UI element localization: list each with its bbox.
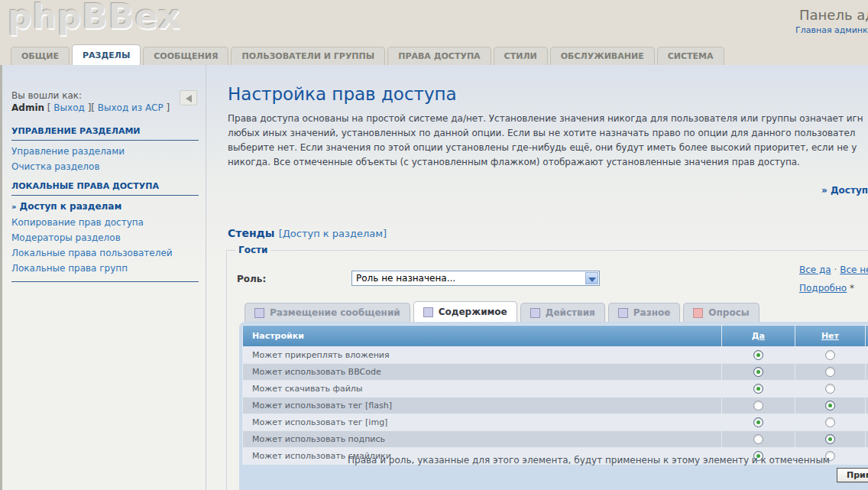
yes-cell [722, 381, 795, 397]
yes-cell [722, 364, 795, 380]
left-triangle-icon [186, 95, 192, 102]
no-cell [795, 398, 865, 414]
all-no-link[interactable]: Все нет [840, 264, 868, 275]
forum-access-jump-link[interactable]: » Доступ к разделам [821, 185, 868, 196]
panel-title: Панель администратора [799, 7, 868, 23]
sidebar-item-manage-forums[interactable]: Управление разделами [11, 144, 199, 159]
permission-label: Может использовать подпись [243, 431, 721, 447]
table-row: Может использовать подпись [243, 431, 868, 447]
sidebar-item-forum-access[interactable]: »Доступ к разделам [11, 199, 199, 215]
no-column-header: Нет [795, 326, 865, 346]
main-nav-tabs: ОБЩИЕ РАЗДЕЛЫ СООБЩЕНИЯ ПОЛЬЗОВАТЕЛИ И Г… [0, 45, 868, 65]
yes-cell [722, 347, 795, 363]
no-cell [795, 347, 865, 363]
bracket: ][ [85, 102, 98, 113]
radio-no[interactable] [825, 401, 835, 410]
collapse-sidebar-button[interactable] [180, 90, 197, 105]
radio-yes[interactable] [753, 417, 763, 427]
tab-permissions[interactable]: ПРАВА ДОСТУПА [387, 47, 491, 65]
radio-no[interactable] [825, 350, 835, 360]
intro-line: никогда. Все отмеченные объекты (с устан… [228, 155, 863, 170]
permission-label: Может скачивать файлы [243, 381, 721, 397]
perm-tab-content[interactable]: Содержимое [413, 301, 517, 322]
perm-tab-polls[interactable]: Опросы [683, 303, 759, 322]
radio-no[interactable] [825, 434, 835, 444]
menu-section-title: УПРАВЛЕНИЕ РАЗДЕЛАМИ [11, 126, 199, 141]
sidebar-item-user-permissions[interactable]: Локальные права пользователей [11, 245, 199, 261]
apply-button[interactable]: Применить [837, 468, 868, 482]
yes-cell [722, 431, 795, 447]
logout-acp-link[interactable]: Выход из ACP [98, 102, 164, 113]
tab-styles[interactable]: СТИЛИ [494, 47, 548, 65]
radio-no[interactable] [825, 384, 835, 394]
tab-users-groups[interactable]: ПОЛЬЗОВАТЕЛИ И ГРУППЫ [231, 47, 385, 65]
advanced-link-row: Подробно * [799, 283, 854, 294]
select-arrow-button[interactable] [585, 272, 598, 284]
tab-general[interactable]: ОБЩИЕ [11, 47, 70, 65]
intro-line: выберите нет. Если значения по этой опци… [228, 141, 863, 155]
perm-tab-actions[interactable]: Действия [520, 303, 605, 322]
active-item-arrow-icon: » [11, 203, 16, 211]
permission-label: Может использовать тег [flash] [243, 398, 721, 414]
sidebar-item-copy-permissions[interactable]: Копирование прав доступа [11, 215, 199, 230]
permission-type-label: [Доступ к разделам] [279, 228, 387, 239]
no-column-link[interactable]: Нет [821, 331, 839, 341]
all-yes-link[interactable]: Все да [799, 264, 831, 275]
radio-yes[interactable] [753, 350, 763, 360]
radio-yes[interactable] [753, 434, 763, 444]
tab-status-icon [423, 307, 433, 317]
apply-note: Права и роль, указанные для этого элемен… [348, 455, 830, 466]
intro-line: Права доступа основаны на простой систем… [228, 112, 863, 126]
tab-system[interactable]: СИСТЕМА [657, 47, 724, 65]
sidebar-menu-forum-management: УПРАВЛЕНИЕ РАЗДЕЛАМИ Управление разделам… [11, 126, 199, 174]
yes-column-header: Да [722, 326, 795, 346]
table-row: Может скачивать файлы [243, 381, 868, 397]
main-admin-link[interactable]: Главная админка [795, 25, 868, 35]
tab-maintenance[interactable]: ОБСЛУЖИВАНИЕ [550, 47, 655, 65]
bracket: ] [164, 102, 170, 113]
radio-no[interactable] [825, 367, 835, 377]
perm-tab-misc[interactable]: Разное [608, 303, 681, 322]
dot-separator: · [834, 264, 837, 275]
page-title: Настройка прав доступа [228, 84, 457, 104]
forum-name: Стенды [228, 227, 275, 239]
menu-section-title: ЛОКАЛЬНЫЕ ПРАВА ДОСТУПА [11, 181, 199, 196]
advanced-link[interactable]: Подробно [799, 283, 847, 294]
table-row: Может использовать BBCode [243, 364, 868, 380]
table-row: Может использовать тег [flash] [243, 398, 868, 414]
sidebar-item-forum-moderators[interactable]: Модераторы разделов [11, 230, 199, 245]
login-info: Вы вошли как: Admin [ Выход ][ Выход из … [11, 89, 170, 114]
intro-line: любых иных значений, установленных по да… [228, 126, 863, 141]
radio-yes[interactable] [753, 401, 763, 410]
yes-cell [722, 398, 795, 414]
permission-label: Может прикреплять вложения [243, 347, 721, 363]
tab-status-icon [254, 308, 264, 318]
menu-divider [11, 281, 199, 282]
tab-status-icon [530, 308, 540, 318]
radio-no[interactable] [825, 417, 835, 427]
forum-section-heading: Стенды [Доступ к разделам] [228, 226, 387, 240]
radio-yes[interactable] [753, 367, 763, 377]
sidebar-item-group-permissions[interactable]: Локальные права групп [11, 261, 199, 276]
yes-cell [722, 414, 795, 430]
header: phpBBex Панель администратора Главная ад… [0, 0, 868, 45]
tab-status-icon [618, 308, 628, 318]
asterisk: * [850, 283, 854, 294]
sidebar-item-prune-forums[interactable]: Очистка разделов [11, 159, 199, 174]
permission-label: Может использовать BBCode [243, 364, 721, 380]
yes-column-link[interactable]: Да [752, 331, 765, 341]
tab-status-red-icon [693, 308, 703, 318]
tab-forums[interactable]: РАЗДЕЛЫ [72, 44, 141, 65]
tab-posting[interactable]: СООБЩЕНИЯ [143, 47, 228, 65]
no-cell [795, 364, 865, 380]
role-label: Роль: [237, 274, 266, 284]
permission-category-tabs: Размещение сообщений Содержимое Действия… [245, 302, 763, 322]
phpbbex-logo[interactable]: phpBBex [8, 0, 181, 36]
logout-link[interactable]: Выход [53, 102, 84, 113]
logged-in-label: Вы вошли как: [11, 90, 82, 101]
role-select[interactable]: Роль не назначена... [351, 271, 600, 286]
radio-yes[interactable] [753, 384, 763, 394]
table-header-row: Настройки Да Нет [243, 326, 868, 346]
perm-tab-posting[interactable]: Размещение сообщений [245, 303, 410, 322]
table-row: Может использовать тег [img] [243, 414, 868, 430]
